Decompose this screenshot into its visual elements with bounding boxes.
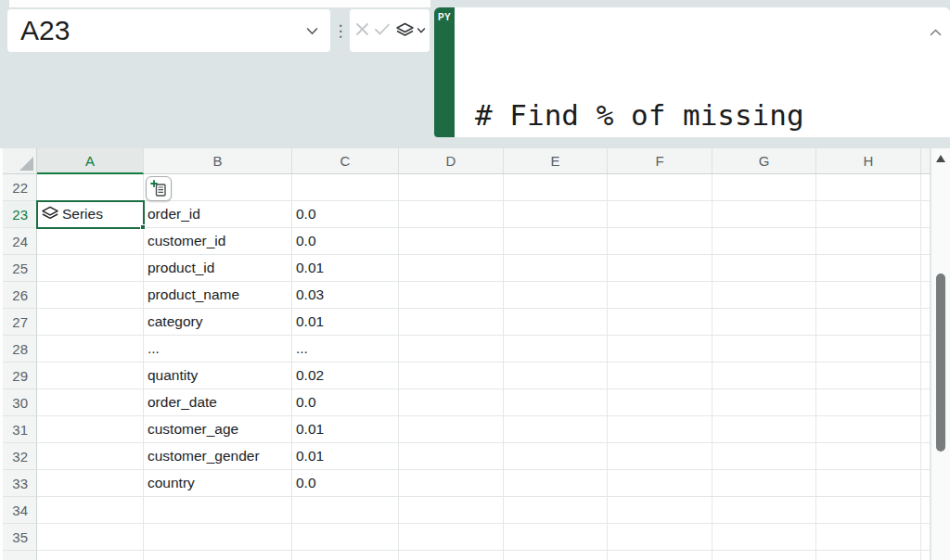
row-header-25[interactable]: 25: [0, 255, 37, 282]
cell-G28[interactable]: [712, 336, 816, 363]
row-header-33[interactable]: 33: [0, 470, 37, 497]
cell-E22[interactable]: [504, 174, 608, 201]
enter-check-icon[interactable]: [374, 22, 391, 40]
cell-H33[interactable]: [816, 470, 921, 497]
cell-A30[interactable]: [37, 389, 144, 416]
cell-B30[interactable]: order_date: [144, 389, 292, 416]
cell-H24[interactable]: [816, 228, 921, 255]
cell-C31[interactable]: 0.01: [292, 416, 399, 443]
cell-D24[interactable]: [399, 228, 504, 255]
cell-F28[interactable]: [608, 336, 712, 363]
cell-H30[interactable]: [816, 389, 921, 416]
cell-D36[interactable]: [399, 551, 504, 560]
cell-A29[interactable]: [37, 363, 144, 389]
cell-G23[interactable]: [712, 201, 816, 228]
cell-C25[interactable]: 0.01: [292, 255, 399, 282]
cell-D35[interactable]: [399, 524, 504, 551]
cell-H25[interactable]: [816, 255, 921, 282]
row-header-29[interactable]: 29: [0, 363, 37, 389]
cell-F31[interactable]: [608, 416, 712, 443]
column-header-E[interactable]: E: [504, 148, 608, 174]
cell-D32[interactable]: [399, 443, 504, 470]
cell-B34[interactable]: [144, 497, 292, 524]
cell-H36[interactable]: [816, 551, 921, 560]
cell-G30[interactable]: [712, 389, 816, 416]
cell-H28[interactable]: [816, 336, 921, 363]
cell-F33[interactable]: [608, 470, 712, 497]
cell-G32[interactable]: [712, 443, 816, 470]
cell-B28[interactable]: ...: [144, 336, 292, 363]
row-header-28[interactable]: 28: [0, 336, 37, 363]
insert-data-card-button[interactable]: [146, 176, 172, 201]
cell-B33[interactable]: country: [144, 470, 292, 497]
cell-F22[interactable]: [608, 174, 712, 201]
cell-D23[interactable]: [399, 201, 504, 228]
cell-H32[interactable]: [816, 443, 921, 470]
cell-A36[interactable]: [37, 551, 144, 560]
cell-A33[interactable]: [37, 470, 144, 497]
cell-B29[interactable]: quantity: [144, 363, 292, 389]
scrollbar-thumb[interactable]: [936, 274, 945, 452]
row-header-22[interactable]: 22: [0, 174, 37, 201]
cell-B26[interactable]: product_name: [144, 282, 292, 309]
cell-E30[interactable]: [504, 389, 608, 416]
cell-E25[interactable]: [504, 255, 608, 282]
cell-F24[interactable]: [608, 228, 712, 255]
cell-D31[interactable]: [399, 416, 504, 443]
cell-C30[interactable]: 0.0: [292, 389, 399, 416]
cell-C23[interactable]: 0.0: [292, 201, 399, 228]
cell-D33[interactable]: [399, 470, 504, 497]
row-header-23[interactable]: 23: [0, 201, 37, 228]
row-header-30[interactable]: 30: [0, 389, 37, 416]
column-header-D[interactable]: D: [399, 148, 504, 174]
name-box[interactable]: A23: [7, 9, 330, 52]
cell-H23[interactable]: [816, 201, 921, 228]
cell-A25[interactable]: [37, 255, 144, 282]
cell-C33[interactable]: 0.0: [292, 470, 399, 497]
cell-G27[interactable]: [712, 309, 816, 336]
vertical-scrollbar[interactable]: [931, 148, 950, 560]
column-header-H[interactable]: H: [816, 148, 921, 174]
cell-A32[interactable]: [37, 443, 144, 470]
cell-A35[interactable]: [37, 524, 144, 551]
cell-H29[interactable]: [816, 363, 921, 389]
row-header-24[interactable]: 24: [0, 228, 37, 255]
cell-B25[interactable]: product_id: [144, 255, 292, 282]
cell-F27[interactable]: [608, 309, 712, 336]
row-header-31[interactable]: 31: [0, 416, 37, 443]
cell-G25[interactable]: [712, 255, 816, 282]
cell-F23[interactable]: [608, 201, 712, 228]
cell-F25[interactable]: [608, 255, 712, 282]
cell-F26[interactable]: [608, 282, 712, 309]
cell-H31[interactable]: [816, 416, 921, 443]
column-header-G[interactable]: G: [712, 148, 816, 174]
cell-F32[interactable]: [608, 443, 712, 470]
row-header-35[interactable]: 35: [0, 524, 37, 551]
cell-G33[interactable]: [712, 470, 816, 497]
column-header-C[interactable]: C: [292, 148, 399, 174]
scroll-up-icon[interactable]: [936, 155, 945, 162]
cell-A28[interactable]: [37, 336, 144, 363]
cell-E29[interactable]: [504, 363, 608, 389]
row-header-36[interactable]: 36: [0, 551, 37, 560]
cell-B35[interactable]: [144, 524, 292, 551]
cell-C27[interactable]: 0.01: [292, 309, 399, 336]
cell-F35[interactable]: [608, 524, 712, 551]
cell-A34[interactable]: [37, 497, 144, 524]
cell-D26[interactable]: [399, 282, 504, 309]
cell-E28[interactable]: [504, 336, 608, 363]
cell-C26[interactable]: 0.03: [292, 282, 399, 309]
cell-C36[interactable]: [292, 551, 399, 560]
cell-G31[interactable]: [712, 416, 816, 443]
cell-E35[interactable]: [504, 524, 608, 551]
cell-F36[interactable]: [608, 551, 712, 560]
column-header-A[interactable]: A: [37, 148, 144, 174]
row-header-34[interactable]: 34: [0, 497, 37, 524]
cell-A24[interactable]: [37, 228, 144, 255]
cell-H22[interactable]: [816, 174, 921, 201]
cell-B23[interactable]: order_id: [144, 201, 292, 228]
cell-A23[interactable]: Series: [37, 201, 144, 228]
cell-G34[interactable]: [712, 497, 816, 524]
row-header-32[interactable]: 32: [0, 443, 37, 470]
cell-A27[interactable]: [37, 309, 144, 336]
